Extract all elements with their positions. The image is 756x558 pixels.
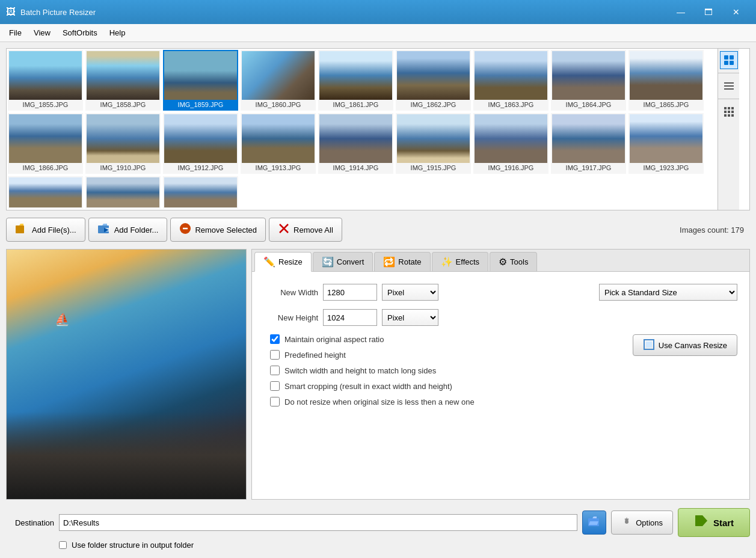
gallery-item[interactable] xyxy=(8,176,83,209)
svg-rect-1 xyxy=(730,55,734,60)
effects-tab-label: Effects xyxy=(456,257,480,266)
smart-crop-label: Smart cropping (result in exact width an… xyxy=(284,382,452,391)
tab-tools[interactable]: ⚙ Tools xyxy=(490,252,537,271)
add-folder-button[interactable]: ▶ Add Folder... xyxy=(88,218,168,242)
gallery-item[interactable]: IMG_1915.JPG xyxy=(396,113,471,174)
gallery-item[interactable]: IMG_1860.JPG xyxy=(241,50,316,111)
bottom-area: Destination xyxy=(6,504,750,552)
thumbnail-view-button[interactable] xyxy=(720,51,738,69)
gallery-item[interactable]: IMG_1864.JPG xyxy=(551,50,626,111)
gallery-item[interactable]: IMG_1858.JPG xyxy=(85,50,161,111)
images-count: Images count: 179 xyxy=(680,225,750,235)
gallery-item[interactable]: IMG_1912.JPG xyxy=(163,113,238,174)
svg-marker-30 xyxy=(589,521,598,525)
boat-element: ⛵ xyxy=(55,312,70,327)
start-label: Start xyxy=(713,518,734,528)
gallery-item[interactable]: IMG_1861.JPG xyxy=(318,50,393,111)
list-view-button[interactable] xyxy=(720,77,738,95)
predefined-height-label: Predefined height xyxy=(284,351,346,360)
remove-selected-button[interactable]: Remove Selected xyxy=(170,218,266,242)
right-buttons: Options Start xyxy=(611,508,750,537)
add-folder-icon: ▶ xyxy=(97,223,111,237)
maintain-aspect-row: Maintain original aspect ratio xyxy=(270,334,623,344)
switch-dimensions-label: Switch width and height to match long si… xyxy=(284,366,436,375)
app-title: Batch Picture Resizer xyxy=(20,8,667,17)
effects-tab-icon: ✨ xyxy=(441,256,453,268)
gallery-item[interactable]: IMG_1917.JPG xyxy=(551,113,626,174)
preview-panel: ⛵ xyxy=(6,249,247,500)
toolbar: Add File(s)... ▶ Add Folder... Remove S xyxy=(6,215,750,244)
destination-input[interactable] xyxy=(59,514,577,531)
gallery-container: IMG_1855.JPG IMG_1858.JPG IMG_1859.JPG I… xyxy=(6,48,750,210)
no-resize-label: Do not resize when original size is less… xyxy=(284,397,475,406)
tab-rotate[interactable]: 🔁 Rotate xyxy=(374,252,430,271)
add-files-button[interactable]: Add File(s)... xyxy=(6,218,85,242)
gallery-item[interactable] xyxy=(163,176,238,209)
gallery-item[interactable]: IMG_1923.JPG xyxy=(628,113,704,174)
predefined-height-checkbox[interactable] xyxy=(270,350,280,360)
remove-all-button[interactable]: Remove All xyxy=(269,218,342,242)
menu-view[interactable]: View xyxy=(28,26,57,40)
maintain-aspect-checkbox[interactable] xyxy=(270,334,280,344)
gallery-item[interactable]: IMG_1914.JPG xyxy=(318,113,393,174)
maximize-button[interactable]: 🗖 xyxy=(695,0,722,24)
svg-rect-6 xyxy=(724,88,734,90)
close-button[interactable]: ✕ xyxy=(722,0,750,24)
width-row: New Width Pixel Percent Centimeter Inch … xyxy=(264,284,737,301)
start-button[interactable]: Start xyxy=(678,508,750,537)
resize-tab-label: Resize xyxy=(278,257,303,266)
canvas-resize-button[interactable]: Use Canvas Resize xyxy=(633,334,737,356)
no-resize-row: Do not resize when original size is less… xyxy=(270,397,623,406)
tab-convert[interactable]: 🔄 Convert xyxy=(313,252,373,271)
tab-resize[interactable]: ✏️ Resize xyxy=(254,252,312,272)
gallery-item[interactable]: IMG_1862.JPG xyxy=(396,50,471,111)
canvas-resize-icon xyxy=(643,339,655,352)
menu-file[interactable]: File xyxy=(3,26,28,40)
menu-softorbits[interactable]: SoftOrbits xyxy=(57,26,103,40)
gallery-item[interactable]: IMG_1916.JPG xyxy=(473,113,549,174)
remove-selected-icon xyxy=(179,222,191,238)
rotate-tab-icon: 🔁 xyxy=(383,256,395,268)
gallery-item[interactable]: IMG_1863.JPG xyxy=(473,50,549,111)
remove-all-label: Remove All xyxy=(293,225,333,235)
no-resize-checkbox[interactable] xyxy=(270,397,280,406)
gear-icon xyxy=(621,517,632,529)
height-unit-select[interactable]: Pixel Percent Centimeter Inch xyxy=(382,309,438,326)
gallery-item[interactable]: IMG_1913.JPG xyxy=(241,113,316,174)
convert-tab-icon: 🔄 xyxy=(322,256,334,268)
width-unit-select[interactable]: Pixel Percent Centimeter Inch xyxy=(382,284,438,301)
menu-help[interactable]: Help xyxy=(103,26,132,40)
right-panel xyxy=(718,49,739,210)
width-input[interactable] xyxy=(323,284,377,301)
tabs: ✏️ Resize 🔄 Convert 🔁 Rotate ✨ Effects ⚙ xyxy=(252,250,749,272)
svg-rect-9 xyxy=(731,107,734,109)
options-button[interactable]: Options xyxy=(611,510,673,535)
svg-rect-0 xyxy=(724,55,728,60)
tools-tab-label: Tools xyxy=(510,257,528,266)
grid-view-button[interactable] xyxy=(720,103,738,121)
folder-structure-checkbox[interactable] xyxy=(59,541,67,549)
gallery-item[interactable] xyxy=(85,176,161,209)
gallery-item[interactable]: IMG_1866.JPG xyxy=(8,113,83,174)
gallery-item-selected[interactable]: IMG_1859.JPG xyxy=(163,50,238,111)
svg-rect-16 xyxy=(16,225,24,233)
gallery-item[interactable]: IMG_1855.JPG xyxy=(8,50,83,111)
minimize-button[interactable]: — xyxy=(667,0,695,24)
standard-size-select[interactable]: Pick a Standard Size 800x600 1024x768 12… xyxy=(599,284,737,301)
start-icon xyxy=(694,514,708,531)
svg-rect-15 xyxy=(731,114,734,117)
gallery-row-2: IMG_1866.JPG IMG_1910.JPG IMG_1912.JPG I… xyxy=(7,112,749,175)
add-folder-label: Add Folder... xyxy=(114,225,159,235)
svg-rect-3 xyxy=(730,61,734,65)
svg-rect-10 xyxy=(724,111,727,113)
smart-crop-checkbox[interactable] xyxy=(270,381,280,391)
tab-effects[interactable]: ✨ Effects xyxy=(432,252,489,271)
browse-destination-button[interactable] xyxy=(582,510,606,535)
main-window: IMG_1855.JPG IMG_1858.JPG IMG_1859.JPG I… xyxy=(0,42,756,558)
checkboxes-and-buttons: Maintain original aspect ratio Predefine… xyxy=(264,334,737,412)
gallery-item[interactable]: IMG_1865.JPG xyxy=(628,50,704,111)
height-input[interactable] xyxy=(323,309,377,326)
remove-selected-label: Remove Selected xyxy=(195,225,257,235)
switch-dimensions-checkbox[interactable] xyxy=(270,366,280,375)
gallery-item[interactable]: IMG_1910.JPG xyxy=(85,113,161,174)
